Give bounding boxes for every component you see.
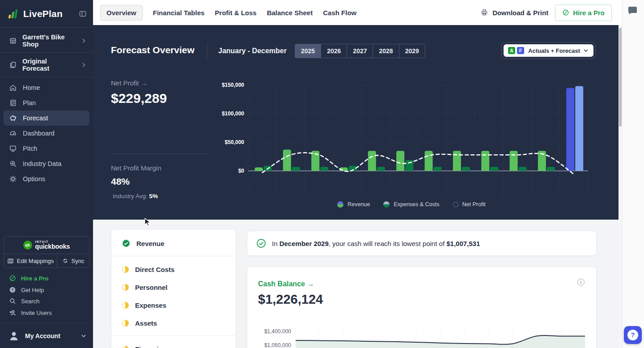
chat-bubble-icon[interactable]	[627, 5, 638, 16]
forecast-overview-section: Forecast Overview January - December 202…	[93, 25, 619, 220]
half-complete-icon	[122, 266, 129, 273]
sidebar-item-label: Home	[23, 84, 40, 91]
view-mode-dropdown[interactable]: A F Actuals + Forecast	[501, 42, 596, 59]
collapse-sidebar-icon[interactable]	[79, 10, 87, 18]
cash-balance-area-chart[interactable]: $1,400,000$1,050,000	[247, 324, 597, 348]
hire-a-pro-link[interactable]: Hire a Pro	[0, 272, 93, 284]
cash-balance-value: $1,226,124	[258, 292, 323, 307]
divider	[207, 43, 208, 59]
company-selector[interactable]: Garrett's Bike Shop	[0, 33, 93, 48]
legend-label: Net Profit	[462, 201, 486, 208]
hire-a-pro-label: Hire a Pro	[21, 275, 48, 282]
compass-icon	[9, 275, 16, 282]
half-complete-icon	[122, 320, 129, 327]
sync-button[interactable]: Sync	[57, 254, 89, 267]
info-icon[interactable]: i	[577, 279, 585, 286]
divider	[0, 323, 93, 323]
sidebar-item-home[interactable]: Home	[0, 80, 93, 95]
category-direct-costs[interactable]: Direct Costs	[111, 260, 236, 278]
check-circle-icon	[256, 238, 266, 248]
category-assets[interactable]: Assets	[111, 314, 236, 332]
document-copy-icon	[9, 61, 17, 69]
category-label: Revenue	[136, 240, 165, 247]
scrollbar-thumb[interactable]	[619, 28, 622, 127]
half-complete-icon	[122, 284, 129, 291]
legend-revenue[interactable]: Revenue	[337, 201, 370, 208]
net-profit-legend-icon	[453, 202, 458, 207]
arrow-icon: →	[307, 280, 314, 288]
tab-balance-sheet[interactable]: Balance Sheet	[267, 9, 313, 17]
scrollbar-track[interactable]	[619, 25, 622, 348]
year-tab-2028[interactable]: 2028	[373, 44, 398, 58]
tab-profit-loss[interactable]: Profit & Loss	[215, 9, 256, 17]
year-tab-2029[interactable]: 2029	[399, 44, 425, 58]
svg-text:$50,000: $50,000	[225, 139, 245, 145]
gauge-icon	[9, 129, 17, 137]
category-revenue[interactable]: Revenue	[111, 234, 236, 252]
printer-icon	[480, 8, 488, 17]
insight-text: In December 2029, your cash will reach i…	[272, 240, 480, 247]
tab-cash-flow[interactable]: Cash Flow	[323, 9, 356, 17]
category-label: Direct Costs	[135, 266, 174, 273]
tab-overview[interactable]: Overview	[100, 5, 143, 21]
category-personnel[interactable]: Personnel	[111, 278, 236, 296]
edit-mappings-label: Edit Mappings	[17, 258, 54, 264]
expenses-legend-icon	[383, 201, 390, 208]
my-account-menu[interactable]: My Account	[0, 327, 93, 345]
gear-icon	[9, 175, 17, 183]
download-print-label: Download & Print	[492, 9, 548, 17]
chevron-down-icon	[80, 333, 87, 339]
sidebar-item-pitch[interactable]: Pitch	[0, 141, 93, 156]
sync-icon	[62, 258, 68, 264]
question-circle-icon: ?	[9, 286, 16, 293]
category-expenses[interactable]: Expenses	[111, 296, 236, 314]
compass-icon	[562, 9, 569, 16]
legend-net-profit[interactable]: Net Profit	[453, 201, 486, 208]
get-help-link[interactable]: ? Get Help	[0, 284, 93, 296]
category-financing[interactable]: Financing	[111, 340, 236, 348]
legend-expenses-costs[interactable]: Expenses & Costs	[383, 201, 439, 208]
year-tab-2025[interactable]: 2025	[295, 44, 321, 58]
hire-a-pro-button[interactable]: Hire a Pro	[555, 4, 612, 21]
insight-prefix: In	[272, 240, 278, 247]
search-link[interactable]: Search	[0, 295, 93, 307]
insight-date: December 2029	[280, 240, 329, 247]
invite-users-link[interactable]: Invite Users	[0, 307, 93, 318]
divider	[111, 335, 236, 336]
forecast-name: Original Forecast	[22, 58, 75, 72]
help-button[interactable]: ?	[624, 326, 642, 344]
net-profit-label: Net Profit	[111, 79, 139, 87]
cash-balance-link[interactable]: Cash Balance →	[258, 280, 314, 288]
sidebar-item-label: Dashboard	[23, 130, 55, 137]
right-edge-panel: ?	[622, 0, 644, 348]
forecast-badge: F	[517, 47, 524, 54]
edit-mappings-button[interactable]: Edit Mappings	[4, 254, 57, 267]
industry-average: Industry Avg: 5%	[113, 193, 158, 199]
add-user-icon	[9, 309, 16, 316]
sidebar-item-dashboard[interactable]: Dashboard	[0, 126, 93, 141]
invite-users-label: Invite Users	[21, 310, 52, 316]
lower-section: Revenue Direct Costs Personnel Expenses	[93, 220, 619, 348]
tab-financial-tables[interactable]: Financial Tables	[153, 9, 205, 17]
svg-text:$100,000: $100,000	[222, 110, 244, 117]
year-tab-2027[interactable]: 2027	[347, 44, 373, 58]
forecast-categories-card: Revenue Direct Costs Personnel Expenses	[111, 229, 236, 348]
help-button-label: ?	[627, 330, 638, 340]
cash-insight-banner: In December 2029, your cash will reach i…	[247, 231, 597, 256]
net-profit-bar-chart[interactable]: $0$50,000$100,000$150,000	[215, 76, 608, 210]
logo-row: LivePlan	[0, 0, 93, 28]
sidebar-item-plan[interactable]: Plan	[0, 95, 93, 110]
quickbooks-icon: qb	[23, 241, 32, 250]
sidebar-item-industry-data[interactable]: Industry Data	[0, 156, 93, 171]
sidebar-item-forecast[interactable]: Forecast	[4, 110, 89, 126]
quickbooks-panel: qb INTUIT quickbooks Edit Mappings	[4, 236, 89, 268]
legend-label: Expenses & Costs	[394, 201, 439, 208]
year-tab-2026[interactable]: 2026	[321, 44, 347, 58]
sidebar-item-options[interactable]: Options	[0, 171, 93, 187]
sidebar-item-label: Industry Data	[23, 160, 61, 167]
net-profit-link[interactable]: Net Profit →	[111, 79, 148, 87]
forecast-selector[interactable]: Original Forecast	[0, 57, 93, 72]
download-print-button[interactable]: Download & Print	[480, 8, 548, 17]
category-label: Assets	[135, 319, 157, 327]
main-content: Overview Financial Tables Profit & Loss …	[93, 0, 619, 348]
